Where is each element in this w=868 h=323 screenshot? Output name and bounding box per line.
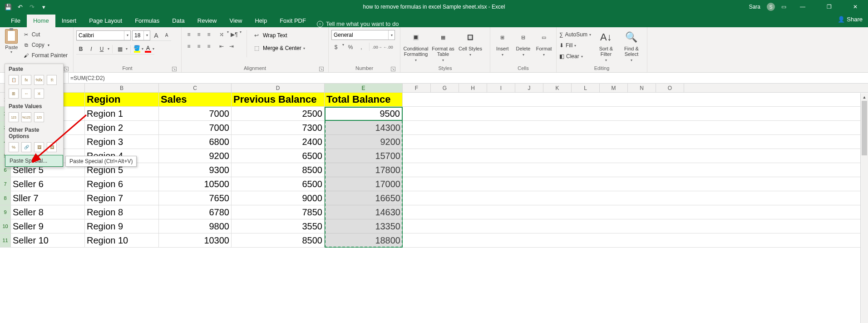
cell[interactable]: 9200: [159, 149, 232, 163]
user-avatar[interactable]: S: [767, 3, 775, 11]
cell[interactable]: 2400: [232, 135, 325, 149]
cell[interactable]: 9800: [159, 219, 232, 233]
cell[interactable]: [403, 163, 868, 177]
cell[interactable]: [403, 107, 868, 120]
percent-format-icon[interactable]: %: [346, 43, 355, 52]
cell[interactable]: 6780: [159, 205, 232, 219]
col-header[interactable]: M: [600, 84, 628, 92]
underline-button[interactable]: U: [97, 45, 106, 54]
paste-button[interactable]: Paste ▾: [3, 29, 20, 54]
cell[interactable]: Seller 6: [11, 177, 85, 191]
fill-color-button[interactable]: 🪣: [133, 45, 140, 53]
col-header[interactable]: N: [628, 84, 656, 92]
cell[interactable]: 13350: [325, 219, 403, 233]
tab-page-layout[interactable]: Page Layout: [83, 15, 128, 27]
italic-button[interactable]: I: [87, 45, 96, 54]
tell-me[interactable]: ♀ Tell me what you want to do: [317, 20, 399, 27]
cell[interactable]: [403, 135, 868, 149]
cell[interactable]: Previous Balance: [232, 93, 325, 106]
save-icon[interactable]: 💾: [5, 3, 12, 10]
merge-center-button[interactable]: ⬚Merge & Center▾: [252, 44, 305, 53]
align-bottom-icon[interactable]: ≡: [204, 30, 213, 39]
align-center-icon[interactable]: ≡: [194, 42, 203, 51]
cell[interactable]: 7000: [159, 121, 232, 134]
find-select-button[interactable]: 🔍Find & Select▾: [621, 29, 642, 62]
decrease-decimal-icon[interactable]: ←.00: [384, 43, 393, 52]
cell[interactable]: Sales: [159, 93, 232, 106]
decrease-font-icon[interactable]: A: [162, 31, 171, 40]
format-cells-button[interactable]: ▭Format▾: [534, 29, 553, 57]
cell[interactable]: 3550: [232, 219, 325, 233]
cell[interactable]: [403, 121, 868, 134]
align-left-icon[interactable]: ≡: [184, 42, 193, 51]
insert-cells-button[interactable]: ⊞Insert▾: [493, 29, 512, 57]
cell-styles-button[interactable]: 🔲Cell Styles▾: [458, 29, 483, 57]
cell[interactable]: 6800: [159, 135, 232, 149]
row-header[interactable]: 7: [0, 177, 11, 191]
cell[interactable]: 9000: [232, 191, 325, 205]
cell[interactable]: Sller 7: [11, 191, 85, 205]
align-middle-icon[interactable]: ≡: [194, 30, 203, 39]
cell[interactable]: [403, 191, 868, 205]
paste-link-icon[interactable]: 🔗: [21, 142, 31, 152]
chevron-down-icon[interactable]: ▾: [240, 30, 242, 39]
cell[interactable]: 17800: [325, 163, 403, 177]
scroll-thumb[interactable]: [862, 101, 867, 155]
cell[interactable]: 10300: [159, 234, 232, 247]
ltr-icon[interactable]: ▶¶: [230, 30, 239, 39]
clear-button[interactable]: ◧Clear▾: [559, 52, 591, 61]
cell[interactable]: 7000: [159, 107, 232, 120]
cell[interactable]: 9200: [325, 135, 403, 149]
tab-insert[interactable]: Insert: [55, 15, 83, 27]
col-header[interactable]: L: [572, 84, 600, 92]
conditional-formatting-button[interactable]: 🔳Conditional Formatting▾: [403, 29, 429, 62]
cell[interactable]: Region: [85, 93, 159, 106]
col-header[interactable]: C: [159, 84, 232, 92]
vertical-scrollbar[interactable]: ▲: [860, 93, 868, 323]
col-header[interactable]: B: [85, 84, 159, 92]
paste-values-icon[interactable]: 123: [9, 112, 19, 122]
cell[interactable]: 16650: [325, 191, 403, 205]
col-header[interactable]: J: [515, 84, 543, 92]
share-button[interactable]: 👤 Share: [838, 16, 863, 23]
qat-customize-icon[interactable]: ▾: [40, 3, 47, 10]
col-header[interactable]: F: [403, 84, 431, 92]
chevron-down-icon[interactable]: ▾: [153, 47, 154, 51]
paste-formulas-icon[interactable]: fx: [21, 75, 31, 85]
number-format-combo[interactable]: General▾: [331, 30, 395, 40]
paste-linked-picture-icon[interactable]: 🖼: [47, 142, 57, 152]
bold-button[interactable]: B: [76, 45, 85, 54]
formula-input[interactable]: =SUM(C2:D2): [69, 75, 105, 81]
paste-values-numfmt-icon[interactable]: %123: [21, 112, 31, 122]
row-header[interactable]: 8: [0, 191, 11, 205]
align-right-icon[interactable]: ≡: [204, 42, 213, 51]
col-header[interactable]: O: [656, 84, 684, 92]
row-header[interactable]: 10: [0, 219, 11, 233]
tab-view[interactable]: View: [223, 15, 248, 27]
col-header[interactable]: H: [459, 84, 487, 92]
decrease-indent-icon[interactable]: ⇤: [217, 42, 226, 51]
cell[interactable]: 17000: [325, 177, 403, 191]
cell[interactable]: 2500: [232, 107, 325, 120]
cell[interactable]: [403, 205, 868, 219]
paste-picture-icon[interactable]: 🖼: [34, 142, 44, 152]
spreadsheet-grid[interactable]: 1 Region Sales Previous Balance Total Ba…: [0, 93, 868, 248]
cell[interactable]: 8500: [232, 163, 325, 177]
paste-formulas-numfmt-icon[interactable]: %fx: [34, 75, 44, 85]
cell[interactable]: 9500: [325, 107, 403, 120]
cell[interactable]: [403, 149, 868, 163]
cell[interactable]: 7650: [159, 191, 232, 205]
comma-format-icon[interactable]: ,: [357, 43, 366, 52]
cell[interactable]: 6500: [232, 177, 325, 191]
font-name-combo[interactable]: Calibri▾: [76, 30, 131, 40]
cell[interactable]: Total Balance: [325, 93, 403, 106]
cell[interactable]: 15700: [325, 149, 403, 163]
cell[interactable]: Region 1: [85, 107, 159, 120]
cell[interactable]: 18800: [325, 234, 403, 247]
copy-button[interactable]: ⧉Copy▾: [22, 40, 70, 50]
col-header[interactable]: K: [543, 84, 572, 92]
tab-foxit[interactable]: Foxit PDF: [273, 15, 312, 27]
cell[interactable]: 14300: [325, 121, 403, 134]
cell[interactable]: [403, 177, 868, 191]
tab-formulas[interactable]: Formulas: [128, 15, 166, 27]
